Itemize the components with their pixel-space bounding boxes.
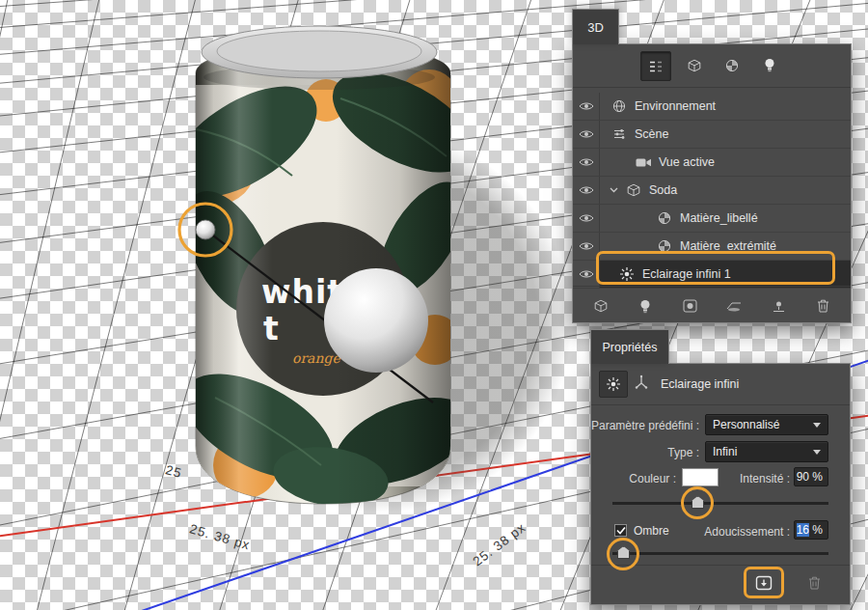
add-mesh-button[interactable] [588, 294, 613, 318]
properties-panel: Eclairage infini Paramètre prédéfini : P… [590, 363, 851, 605]
visibility-eye-icon[interactable] [579, 269, 594, 279]
item-label: Vue active [659, 155, 715, 169]
light-handle-sphere[interactable] [196, 220, 215, 239]
light-color-swatch[interactable] [682, 468, 719, 486]
intensity-label: Intensité : [719, 472, 790, 485]
3d-tab-label: 3D [587, 20, 604, 35]
3d-item-soda[interactable]: Soda [573, 177, 851, 205]
mesh-icon [625, 183, 642, 197]
3d-filter-bar [573, 51, 851, 81]
3d-item-vue-active[interactable]: Vue active [573, 149, 851, 177]
properties-tab-label: Propriétés [603, 341, 658, 354]
annotation-move-light-button [744, 567, 784, 598]
visibility-eye-icon[interactable] [579, 213, 594, 223]
properties-header-label: Eclairage infini [661, 377, 739, 391]
type-value: Infini [713, 445, 737, 458]
intensity-slider[interactable] [612, 502, 828, 506]
softness-value-selected: 16 [797, 523, 809, 537]
3d-item-environnement[interactable]: Environnement [573, 93, 851, 121]
preset-select[interactable]: Personnalisé [705, 414, 828, 435]
camera-icon [635, 157, 652, 168]
chevron-expand-icon[interactable] [610, 187, 618, 193]
filter-meshes-button[interactable] [680, 51, 709, 79]
add-light-button[interactable] [633, 294, 658, 318]
chevron-down-icon [813, 423, 821, 428]
coordinates-icon[interactable] [634, 374, 649, 390]
type-label: Type : [591, 446, 699, 459]
item-label: Matière_libellé [680, 211, 758, 225]
environment-icon [610, 99, 628, 113]
light-type-iconbox [599, 371, 628, 398]
light-target-sphere[interactable] [324, 268, 428, 373]
properties-panel-tab[interactable]: Propriétés [590, 329, 669, 364]
3d-item-matiere-libelle[interactable]: Matière_libellé [573, 205, 851, 233]
visibility-eye-icon[interactable] [579, 157, 594, 167]
shadow-checkbox[interactable] [614, 524, 627, 537]
document-canvas[interactable]: white t orange 25 25. 38 px 25. 38 px 3D [0, 0, 868, 610]
3d-panel-tab[interactable]: 3D [572, 9, 619, 44]
annotation-softness-thumb [607, 538, 639, 570]
softness-slider[interactable] [612, 552, 828, 556]
item-label: Soda [649, 183, 677, 197]
add-ibl-button[interactable] [677, 294, 702, 318]
filter-lights-button[interactable] [755, 51, 784, 79]
annotation-intensity-thumb [681, 486, 714, 519]
filter-whole-scene-button[interactable] [640, 51, 671, 81]
softness-label: Adoucissement : [688, 525, 790, 539]
material-icon [656, 211, 673, 225]
scene-icon [610, 127, 628, 141]
chevron-down-icon [813, 450, 821, 455]
3d-panel-toolbar [573, 291, 851, 320]
item-label: Scène [635, 127, 668, 141]
3d-panel: Environnement Scène Vue active [572, 43, 852, 323]
delete-button[interactable] [810, 294, 835, 318]
softness-value-field[interactable]: 16 % [794, 520, 828, 540]
intensity-value: 90 % [797, 470, 823, 484]
visibility-eye-icon[interactable] [579, 101, 594, 111]
item-label: Environnement [635, 99, 716, 113]
intensity-value-field[interactable]: 90 % [794, 467, 828, 486]
softness-unit: % [809, 523, 823, 537]
type-select[interactable]: Infini [705, 441, 828, 462]
filter-materials-button[interactable] [718, 51, 746, 79]
shadow-label: Ombre [634, 524, 669, 538]
delete-light-button[interactable] [801, 570, 827, 596]
annotation-selected-light-row [596, 251, 835, 285]
color-label: Couleur : [591, 472, 676, 485]
visibility-eye-icon[interactable] [579, 129, 594, 139]
3d-item-scene[interactable]: Scène [573, 121, 851, 149]
preset-label: Paramètre prédéfini : [591, 419, 699, 432]
visibility-eye-icon[interactable] [579, 185, 594, 195]
ground-plane-button[interactable] [721, 294, 746, 318]
infinite-light-icon [606, 376, 621, 392]
preset-value: Personnalisé [713, 418, 779, 431]
snap-light-to-ground-button[interactable] [766, 294, 791, 318]
visibility-eye-icon[interactable] [579, 241, 594, 251]
